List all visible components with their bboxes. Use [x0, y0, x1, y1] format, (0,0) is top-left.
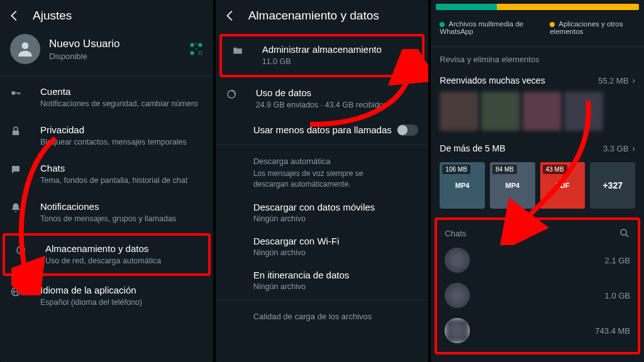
- section-auto-sub: Los mensajes de voz siempre se descargan…: [216, 167, 429, 196]
- media-thumb[interactable]: [523, 92, 562, 131]
- media-thumb[interactable]: [481, 92, 520, 131]
- chat-row[interactable]: 743.4 MB: [441, 313, 634, 348]
- dot-icon: [550, 22, 555, 27]
- settings-panel: Ajustes Nuevo Usuario Disponible CuentaN…: [0, 0, 213, 362]
- item-sub: Tema, fondos de pantalla, historial de c…: [40, 175, 187, 186]
- file-tile-more[interactable]: +327: [590, 162, 635, 209]
- settings-item-chats[interactable]: ChatsTema, fondos de pantalla, historial…: [0, 155, 213, 194]
- svg-rect-13: [13, 130, 19, 135]
- chevron-right-icon: ›: [632, 75, 635, 85]
- header: Ajustes: [0, 0, 213, 31]
- item-label: Almacenamiento y datos: [45, 243, 161, 254]
- item-label: Administrar almacenamiento: [262, 44, 382, 55]
- svg-rect-5: [196, 48, 197, 50]
- header: Almacenamiento y datos: [216, 0, 429, 31]
- back-icon[interactable]: [8, 9, 21, 23]
- back-icon[interactable]: [223, 9, 237, 23]
- media-thumb[interactable]: [440, 92, 479, 131]
- file-tile[interactable]: 106 MB MP4: [440, 162, 485, 209]
- toggle-label: Usar menos datos para llamadas: [253, 124, 392, 135]
- large-file-tiles: 106 MB MP4 84 MB MP4 43 MB PDF +327: [431, 160, 644, 211]
- settings-item-language[interactable]: Idioma de la aplicaciónEspañol (idioma d…: [0, 277, 213, 315]
- less-data-toggle-row[interactable]: Usar menos datos para llamadas: [216, 118, 429, 142]
- file-size-badge: 84 MB: [492, 165, 517, 174]
- file-type: PDF: [556, 182, 570, 189]
- item-label: Privacidad: [40, 124, 187, 135]
- svg-rect-2: [198, 43, 202, 47]
- item-sub: Ningún archivo: [253, 282, 350, 291]
- over-5mb-row[interactable]: De más de 5 MB 3.3 GB ›: [431, 137, 644, 160]
- data-icon: [226, 89, 243, 111]
- storage-data-panel: Almacenamiento y datos Administrar almac…: [216, 0, 429, 362]
- svg-rect-1: [191, 43, 194, 47]
- network-usage-item[interactable]: Uso de datos24.9 GB enviados · 43.4 GB r…: [216, 80, 429, 118]
- svg-rect-11: [15, 92, 21, 94]
- download-wifi-item[interactable]: Descargar con Wi-FiNingún archivo: [216, 229, 429, 263]
- svg-rect-7: [201, 53, 202, 55]
- settings-item-notifications[interactable]: NotificacionesTonos de mensajes, grupos …: [0, 194, 213, 232]
- chat-row[interactable]: 1.0 GB: [441, 278, 634, 313]
- more-count: +327: [602, 180, 623, 190]
- forwarded-row[interactable]: Reenviados muchas veces 55.2 MB ›: [431, 69, 644, 92]
- item-label: En itinerancia de datos: [253, 270, 350, 280]
- download-roaming-item[interactable]: En itinerancia de datosNingún archivo: [216, 263, 429, 297]
- svg-rect-4: [196, 43, 197, 45]
- media-thumb[interactable]: [564, 92, 603, 131]
- settings-title: Ajustes: [33, 9, 72, 23]
- download-mobile-item[interactable]: Descargar con datos móvilesNingún archiv…: [216, 195, 429, 229]
- svg-point-0: [22, 42, 29, 49]
- svg-rect-8: [198, 53, 199, 55]
- svg-rect-3: [191, 52, 194, 55]
- chat-icon: [10, 164, 28, 186]
- lock-icon: [10, 126, 28, 148]
- chat-size: 1.0 GB: [605, 291, 630, 300]
- file-type: MP4: [455, 182, 470, 189]
- item-sub: Español (idioma del teléfono): [40, 297, 142, 308]
- profile-row[interactable]: Nuevo Usuario Disponible: [0, 31, 213, 73]
- search-icon[interactable]: [619, 228, 630, 239]
- svg-point-10: [11, 91, 15, 95]
- folder-icon: [232, 45, 250, 67]
- svg-rect-6: [198, 52, 199, 53]
- item-sub: Uso de red, descarga automática: [45, 256, 161, 266]
- item-sub: 24.9 GB enviados · 43.4 GB recibidos: [256, 100, 387, 111]
- chat-size: 743.4 MB: [595, 326, 630, 336]
- settings-item-storage[interactable]: Almacenamiento y datosUso de red, descar…: [3, 233, 211, 277]
- over5-label: De más de 5 MB: [440, 143, 505, 153]
- item-sub: Tonos de mensajes, grupos y llamadas: [40, 214, 176, 224]
- item-sub: Ningún archivo: [253, 214, 375, 223]
- manage-storage-item[interactable]: Administrar almacenamiento11.0 GB: [219, 34, 425, 77]
- key-icon: [10, 87, 28, 109]
- file-tile[interactable]: 43 MB PDF: [540, 162, 586, 209]
- chat-row[interactable]: 2.1 GB: [441, 243, 634, 278]
- over5-size: 3.3 GB: [603, 144, 628, 153]
- chats-section: Chats 2.1 GB 1.0 GB 743.4 MB: [435, 217, 640, 354]
- chat-avatar: [445, 283, 470, 308]
- file-type: MP4: [506, 182, 520, 189]
- item-sub: Bloquear contactos, mensajes temporales: [40, 137, 187, 148]
- item-label: Descargar con Wi-Fi: [253, 236, 340, 246]
- svg-rect-9: [201, 52, 202, 53]
- file-tile[interactable]: 84 MB MP4: [490, 162, 535, 209]
- item-sub: Notificaciones de seguridad, cambiar núm…: [40, 99, 198, 109]
- section-quality: Calidad de carga de los archivos: [216, 303, 429, 322]
- legend-media: Archivos multimedia de WhatsApp: [440, 20, 523, 35]
- user-name: Nuevo Usuario: [49, 38, 119, 50]
- qr-icon[interactable]: [189, 42, 203, 56]
- globe-icon: [10, 286, 28, 308]
- chat-avatar: [445, 248, 470, 273]
- toggle-switch[interactable]: [397, 124, 418, 136]
- manage-storage-panel: Archivos multimedia de WhatsApp Aplicaci…: [431, 0, 644, 362]
- section-auto-download: Descarga automática: [216, 148, 429, 167]
- svg-point-18: [621, 229, 626, 235]
- user-status: Disponible: [49, 52, 119, 61]
- settings-item-account[interactable]: CuentaNotificaciones de seguridad, cambi…: [0, 79, 213, 117]
- storage-title: Almacenamiento y datos: [248, 9, 379, 23]
- chat-avatar: [445, 318, 470, 343]
- settings-item-privacy[interactable]: PrivacidadBloquear contactos, mensajes t…: [0, 117, 213, 155]
- item-label: Uso de datos: [256, 87, 387, 98]
- item-label: Chats: [40, 163, 187, 173]
- data-icon: [15, 244, 33, 266]
- review-caption: Revisa y elimina elementos: [431, 50, 644, 69]
- storage-legend: Archivos multimedia de WhatsApp Aplicaci…: [431, 14, 644, 44]
